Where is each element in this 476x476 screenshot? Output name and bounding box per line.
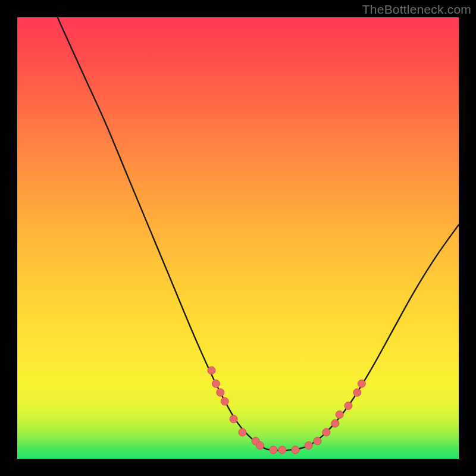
chart-stage: TheBottleneck.com (0, 0, 476, 476)
data-marker (331, 419, 339, 427)
data-marker (270, 446, 277, 454)
data-marker (208, 367, 215, 374)
data-markers (208, 367, 365, 454)
data-marker (345, 402, 352, 409)
data-marker (217, 389, 224, 396)
chart-overlay (17, 17, 459, 459)
plot-area (17, 17, 459, 459)
data-marker (353, 389, 361, 396)
data-marker (358, 380, 365, 387)
data-marker (221, 397, 228, 405)
data-marker (322, 428, 330, 436)
data-marker (239, 428, 246, 436)
data-marker (292, 446, 299, 454)
data-marker (230, 415, 237, 423)
data-marker (256, 441, 264, 449)
data-marker (305, 441, 312, 449)
data-marker (212, 380, 220, 387)
data-marker (278, 446, 286, 454)
data-marker (336, 411, 343, 418)
bottleneck-curve (48, 17, 459, 450)
watermark-text: TheBottleneck.com (362, 2, 471, 17)
data-marker (314, 437, 321, 445)
